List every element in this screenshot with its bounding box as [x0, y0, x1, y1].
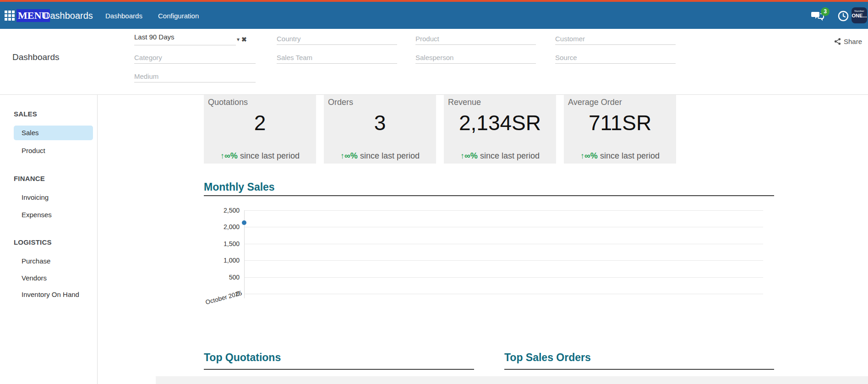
- nav-item-dashboards[interactable]: Dashboards: [105, 12, 142, 20]
- share-button[interactable]: Share: [834, 38, 862, 45]
- kpi-trend: ↑∞% since last period: [324, 151, 436, 161]
- top-quotations-heading: Top Quotations: [204, 351, 281, 364]
- trend-text: since last period: [598, 151, 660, 160]
- sales-team-filter: [277, 52, 397, 65]
- monthly-sales-heading: Monthly Sales: [204, 181, 275, 193]
- kpi-title: Orders: [328, 98, 353, 107]
- category-filter: [134, 52, 256, 65]
- gridline: [244, 227, 763, 227]
- salesperson-filter: [415, 52, 536, 65]
- product-input[interactable]: [415, 33, 536, 45]
- kpi-value: 2: [204, 110, 316, 135]
- trend-percent: ∞%: [344, 151, 358, 160]
- top-quotations-rule: [204, 369, 474, 370]
- control-panel: Dashboards Last 90 Days ▾ ✖: [0, 29, 868, 95]
- clock-icon: [838, 11, 849, 22]
- messages-count-badge: 3: [821, 7, 830, 16]
- breadcrumb[interactable]: Dashboards: [12, 52, 59, 62]
- kpi-title: Average Order: [568, 98, 622, 107]
- sidebar-section-sales: SALES: [14, 110, 37, 118]
- trend-up-arrow-icon: ↑: [580, 151, 584, 160]
- sidebar-item-sales[interactable]: Sales: [14, 126, 93, 140]
- trend-percent: ∞%: [584, 151, 598, 160]
- salesperson-input[interactable]: [415, 52, 536, 64]
- date-range-filter: Last 90 Days ▾ ✖: [134, 33, 247, 45]
- kpi-card-orders: Orders 3 ↑∞% since last period: [324, 95, 436, 164]
- source-input[interactable]: [555, 52, 676, 64]
- sidebar-item-vendors[interactable]: Vendors: [14, 271, 93, 285]
- table-header-strip: [156, 376, 868, 384]
- gridline: [244, 294, 763, 294]
- trend-text: since last period: [238, 151, 300, 160]
- nav-item-configuration[interactable]: Configuration: [158, 12, 199, 20]
- trend-up-arrow-icon: ↑: [340, 151, 344, 160]
- top-sales-orders-rule: [504, 369, 774, 370]
- navbar: MENU Dashboards Dashboards Configuration…: [0, 2, 868, 29]
- y-tick-label: 2,500: [204, 206, 240, 214]
- medium-input[interactable]: [134, 71, 256, 82]
- apps-grid-icon[interactable]: [5, 11, 15, 21]
- kpi-card-revenue: Revenue 2,134SR ↑∞% since last period: [444, 95, 556, 164]
- app-title: Dashboards: [44, 11, 93, 21]
- sidebar-item-purchase[interactable]: Purchase: [14, 254, 93, 269]
- product-filter: [415, 33, 536, 46]
- kpi-title: Quotations: [208, 98, 248, 107]
- country-input[interactable]: [277, 33, 397, 45]
- monthly-sales-rule: [204, 195, 774, 196]
- kpi-card-average-order: Average Order 711SR ↑∞% since last perio…: [564, 95, 676, 164]
- gridline: [244, 260, 763, 261]
- avatar-text-bottom: ONE...: [852, 13, 867, 18]
- kpi-value: 711SR: [564, 110, 676, 135]
- messages-button[interactable]: 3: [811, 10, 827, 24]
- avatar-text-top: Number: [852, 10, 867, 13]
- trend-text: since last period: [358, 151, 420, 160]
- gridline: [244, 277, 763, 278]
- sidebar-item-invoicing[interactable]: Invoicing: [14, 190, 93, 205]
- app-screen: MENU Dashboards Dashboards Configuration…: [0, 0, 868, 384]
- sidebar-item-inventory-on-hand[interactable]: Inventory On Hand: [14, 287, 93, 302]
- trend-percent: ∞%: [224, 151, 238, 160]
- trend-percent: ∞%: [464, 151, 478, 160]
- top-sales-orders-heading: Top Sales Orders: [504, 351, 591, 364]
- trend-up-arrow-icon: ↑: [220, 151, 224, 160]
- kpi-trend: ↑∞% since last period: [204, 151, 316, 161]
- gridline: [244, 210, 763, 211]
- share-icon: [834, 38, 841, 45]
- kpi-card-quotations: Quotations 2 ↑∞% since last period: [204, 95, 316, 164]
- user-avatar[interactable]: Number ONE...: [852, 7, 867, 23]
- y-tick-label: 1,000: [204, 256, 240, 264]
- sidebar-item-expenses[interactable]: Expenses: [14, 208, 93, 222]
- sidebar: SALES Sales Product FINANCE Invoicing Ex…: [0, 95, 98, 384]
- sidebar-section-logistics: LOGISTICS: [14, 238, 52, 246]
- gridline: [244, 244, 763, 244]
- medium-filter: [134, 71, 256, 83]
- clear-filter-icon[interactable]: ✖: [241, 36, 247, 43]
- y-tick-label: 2,000: [204, 223, 240, 231]
- chevron-down-icon[interactable]: ▾: [237, 36, 240, 43]
- kpi-value: 2,134SR: [444, 110, 556, 135]
- sidebar-section-finance: FINANCE: [14, 175, 45, 182]
- sales-team-input[interactable]: [277, 52, 397, 64]
- y-tick-label: 1,500: [204, 240, 240, 248]
- category-input[interactable]: [134, 52, 256, 64]
- kpi-trend: ↑∞% since last period: [564, 151, 676, 161]
- kpi-trend: ↑∞% since last period: [444, 151, 556, 161]
- share-label: Share: [844, 38, 862, 45]
- monthly-sales-chart: 2,500 2,000 1,500 1,000 500 0 October 20…: [204, 202, 774, 325]
- source-filter: [555, 52, 676, 65]
- country-filter: [277, 33, 397, 46]
- activities-clock-button[interactable]: [838, 11, 849, 22]
- y-tick-label: 500: [204, 273, 240, 281]
- kpi-value: 3: [324, 110, 436, 135]
- data-point: [242, 220, 246, 225]
- trend-up-arrow-icon: ↑: [460, 151, 464, 160]
- customer-input[interactable]: [555, 33, 676, 45]
- date-range-value[interactable]: Last 90 Days: [134, 33, 236, 45]
- sidebar-item-product[interactable]: Product: [14, 143, 93, 158]
- trend-text: since last period: [478, 151, 540, 160]
- customer-filter: [555, 33, 676, 46]
- kpi-title: Revenue: [448, 98, 481, 107]
